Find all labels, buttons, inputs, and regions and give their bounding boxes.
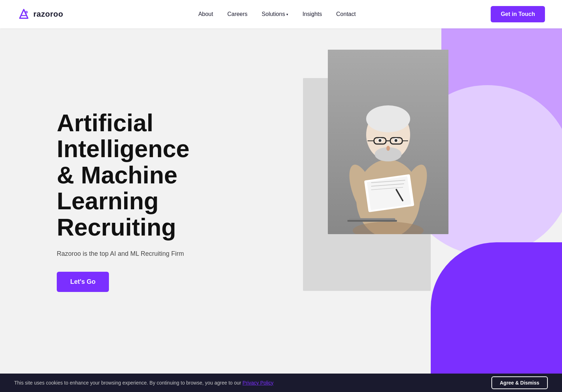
lets-go-button[interactable]: Let's Go	[57, 272, 109, 292]
svg-point-21	[386, 146, 390, 151]
hero-content: Artificial Intelligence & Machine Learni…	[0, 110, 206, 292]
svg-point-10	[366, 105, 410, 132]
cookie-banner: This site uses cookies to enhance your b…	[0, 374, 562, 392]
svg-marker-0	[20, 10, 28, 18]
hero-subtitle: Razoroo is the top AI and ML Recruiting …	[57, 250, 206, 258]
nav-item-contact[interactable]: Contact	[336, 11, 356, 17]
privacy-policy-link[interactable]: Privacy Policy	[243, 380, 274, 386]
razoroo-logo-icon	[17, 7, 31, 21]
nav-link-about[interactable]: About	[198, 11, 213, 17]
nav-item-careers[interactable]: Careers	[227, 11, 248, 17]
nav-item-solutions[interactable]: Solutions ▾	[262, 11, 288, 17]
svg-rect-30	[347, 220, 397, 222]
nav-link-insights[interactable]: Insights	[302, 11, 322, 17]
nav-link-careers[interactable]: Careers	[227, 11, 248, 17]
deco-bottom-right-shape	[431, 242, 562, 374]
get-in-touch-button[interactable]: Get in Touch	[491, 6, 545, 22]
svg-point-2	[25, 11, 28, 14]
logo-link[interactable]: razoroo	[17, 7, 63, 21]
nav-links: About Careers Solutions ▾ Insights Conta…	[198, 11, 356, 17]
navbar: razoroo About Careers Solutions ▾ Insigh…	[0, 0, 562, 28]
cookie-text-content: This site uses cookies to enhance your b…	[14, 380, 243, 386]
hero-image-area	[328, 50, 448, 234]
person-illustration	[328, 50, 448, 234]
hero-section: Artificial Intelligence & Machine Learni…	[0, 28, 562, 374]
svg-point-20	[395, 139, 397, 142]
nav-item-about[interactable]: About	[198, 11, 213, 17]
hero-title: Artificial Intelligence & Machine Learni…	[57, 110, 206, 240]
agree-dismiss-button[interactable]: Agree & Dismiss	[491, 376, 548, 389]
svg-point-19	[379, 139, 381, 142]
logo-text: razoroo	[33, 10, 63, 19]
chevron-down-icon: ▾	[286, 12, 288, 16]
cookie-text: This site uses cookies to enhance your b…	[14, 380, 274, 386]
hero-photo	[328, 50, 448, 234]
nav-link-contact[interactable]: Contact	[336, 11, 356, 17]
nav-link-solutions[interactable]: Solutions	[262, 11, 285, 17]
nav-item-insights[interactable]: Insights	[302, 11, 322, 17]
